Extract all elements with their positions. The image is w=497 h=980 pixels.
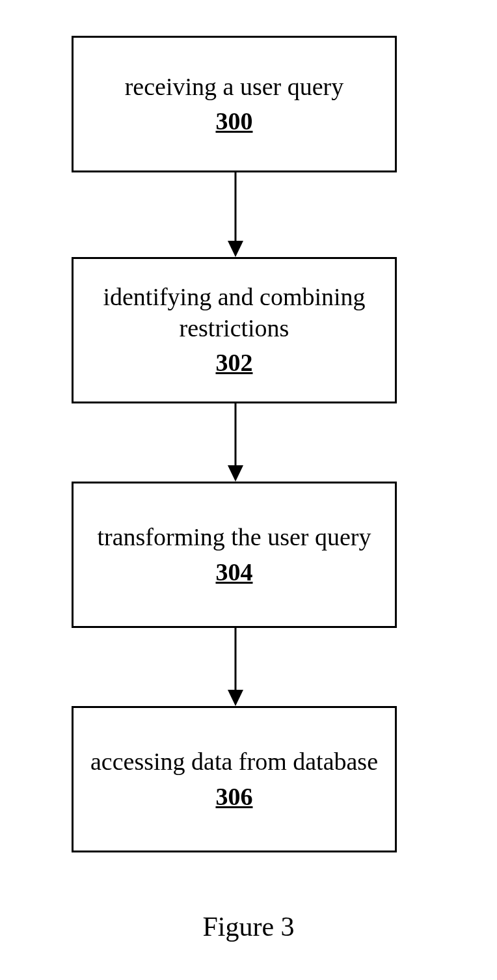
- step-ref: 306: [216, 782, 253, 813]
- step-label: identifying and combining restrictions: [87, 282, 382, 344]
- step-label: transforming the user query: [97, 522, 371, 553]
- step-label: accessing data from database: [90, 746, 378, 778]
- step-label: receiving a user query: [125, 72, 344, 103]
- figure-caption: Figure 3: [0, 911, 497, 942]
- arrow-3: [226, 628, 245, 706]
- step-ref: 302: [216, 347, 253, 379]
- step-box-304: transforming the user query 304: [72, 482, 397, 628]
- arrow-2: [226, 403, 245, 482]
- step-box-306: accessing data from database 306: [72, 706, 397, 852]
- step-ref: 304: [216, 557, 253, 588]
- step-box-302: identifying and combining restrictions 3…: [72, 257, 397, 403]
- step-ref: 300: [216, 106, 253, 137]
- step-box-300: receiving a user query 300: [72, 36, 397, 172]
- flowchart-canvas: receiving a user query 300 identifying a…: [0, 0, 497, 980]
- arrow-1: [226, 172, 245, 257]
- svg-marker-1: [228, 241, 243, 257]
- svg-marker-3: [228, 465, 243, 482]
- svg-marker-5: [228, 690, 243, 706]
